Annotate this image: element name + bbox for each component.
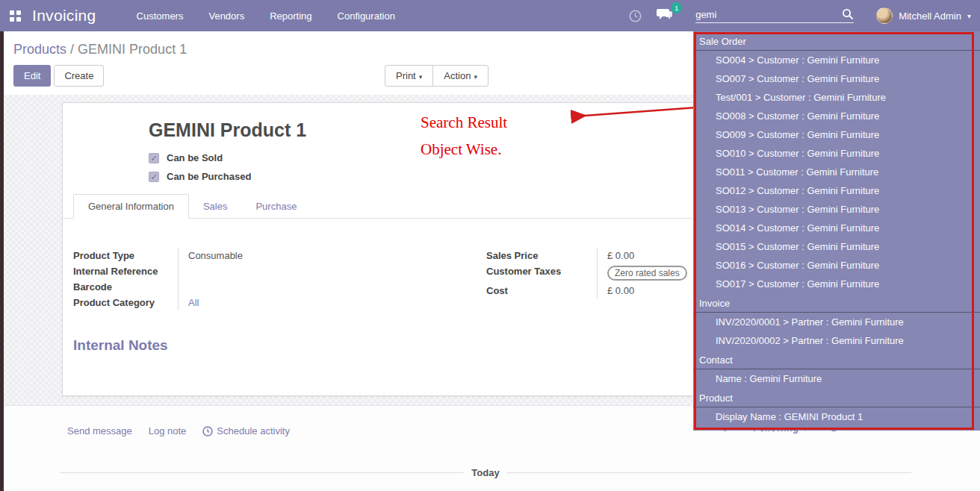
- can-be-sold-label: Can be Sold: [167, 152, 223, 163]
- can-be-purchased-checkbox[interactable]: ✓: [149, 172, 159, 182]
- search-result-item[interactable]: SO010 > Customer : Gemini Furniture: [693, 144, 980, 163]
- section-sale-order: Sale Order: [693, 31, 980, 51]
- search-result-item[interactable]: SO017 > Customer : Gemini Furniture: [693, 275, 980, 293]
- menu-customers[interactable]: Customers: [137, 10, 184, 22]
- search-icon[interactable]: [842, 8, 854, 20]
- search-result-item[interactable]: SO013 > Customer : Gemini Furniture: [693, 200, 980, 219]
- search-result-item[interactable]: Display Name : GEMINI Product 1: [693, 407, 980, 426]
- breadcrumb: Products / GEMINI Product 1: [13, 42, 187, 57]
- global-search: [695, 8, 854, 23]
- menu-reporting[interactable]: Reporting: [270, 10, 311, 22]
- main-menu: Customers Vendors Reporting Configuratio…: [137, 10, 395, 22]
- product-title: GEMINI Product 1: [149, 119, 306, 141]
- search-result-item[interactable]: SO007 > Customer : Gemini Furniture: [693, 69, 980, 88]
- can-be-purchased-row: ✓ Can be Purchased: [149, 171, 251, 182]
- search-result-item[interactable]: SO012 > Customer : Gemini Furniture: [693, 181, 980, 200]
- section-product: Product: [693, 388, 980, 407]
- breadcrumb-current: GEMINI Product 1: [78, 42, 187, 57]
- apps-grid-icon[interactable]: [10, 10, 21, 22]
- section-contact: Contact: [693, 350, 980, 369]
- can-be-sold-row: ✓ Can be Sold: [149, 152, 223, 163]
- action-dropdown-button[interactable]: Action▾: [432, 65, 489, 87]
- search-result-item[interactable]: SO004 > Customer : Gemini Furniture: [693, 51, 980, 69]
- user-name: Mitchell Admin: [899, 10, 961, 22]
- log-note-button[interactable]: Log note: [149, 425, 187, 437]
- user-avatar: [876, 7, 893, 24]
- messages-menu[interactable]: 1: [657, 7, 673, 24]
- navbar-right: 1 Mitchell Admin ▾: [629, 7, 971, 24]
- tax-badge[interactable]: Zero rated sales: [607, 266, 687, 281]
- menu-vendors[interactable]: Vendors: [208, 10, 244, 22]
- search-result-item[interactable]: SO011 > Customer : Gemini Furniture: [693, 163, 980, 181]
- caret-down-icon: ▾: [474, 73, 477, 81]
- date-divider: Today: [60, 467, 911, 478]
- schedule-clock-icon: [202, 426, 213, 437]
- app-title[interactable]: Invoicing: [32, 7, 96, 25]
- product-type-label: Product Type: [73, 248, 178, 263]
- sales-price-label: Sales Price: [486, 248, 597, 263]
- print-action-group: Print▾ Action▾: [385, 65, 489, 87]
- today-label: Today: [471, 467, 499, 478]
- section-invoice: Invoice: [693, 293, 980, 313]
- barcode-value: [178, 279, 462, 295]
- internal-reference-value: [178, 263, 462, 279]
- create-button[interactable]: Create: [54, 65, 104, 87]
- internal-reference-label: Internal Reference: [73, 263, 178, 279]
- search-result-item[interactable]: SO014 > Customer : Gemini Furniture: [693, 219, 980, 237]
- search-results-dropdown: Sale Order SO004 > Customer : Gemini Fur…: [693, 31, 980, 431]
- barcode-label: Barcode: [73, 279, 178, 295]
- search-result-item[interactable]: SO009 > Customer : Gemini Furniture: [693, 125, 980, 144]
- search-result-item[interactable]: Name : Gemini Furniture: [693, 369, 980, 388]
- left-field-group: Product Type Consumable Internal Referen…: [73, 248, 462, 310]
- print-dropdown-button[interactable]: Print▾: [385, 65, 433, 87]
- edit-button[interactable]: Edit: [13, 65, 51, 87]
- schedule-activity-button[interactable]: Schedule activity: [202, 425, 290, 437]
- caret-down-icon: ▾: [967, 12, 971, 20]
- activities-clock-icon[interactable]: [629, 10, 642, 22]
- message-count-badge: 1: [671, 2, 682, 13]
- can-be-purchased-label: Can be Purchased: [167, 171, 251, 182]
- product-category-label: Product Category: [73, 295, 178, 310]
- search-result-item[interactable]: SO015 > Customer : Gemini Furniture: [693, 237, 980, 256]
- menu-configuration[interactable]: Configuration: [338, 10, 395, 22]
- product-category-value[interactable]: All: [178, 295, 462, 310]
- breadcrumb-products-link[interactable]: Products: [13, 42, 66, 57]
- caret-down-icon: ▾: [419, 73, 423, 81]
- top-navbar: Invoicing Customers Vendors Reporting Co…: [0, 0, 980, 31]
- search-result-item[interactable]: SO008 > Customer : Gemini Furniture: [693, 107, 980, 125]
- tab-general-information[interactable]: General Information: [73, 194, 189, 219]
- cost-label: Cost: [486, 283, 597, 298]
- annotation-text: Search Result Object Wise.: [421, 109, 507, 163]
- chatter-actions: Send message Log note Schedule activity: [67, 425, 290, 437]
- left-edge-strip: [0, 31, 4, 491]
- user-menu[interactable]: Mitchell Admin ▾: [876, 7, 971, 24]
- tab-purchase[interactable]: Purchase: [241, 195, 311, 218]
- form-buttons: Edit Create: [13, 65, 104, 87]
- internal-notes-heading: Internal Notes: [73, 337, 168, 354]
- search-input[interactable]: [695, 9, 842, 20]
- tab-sales[interactable]: Sales: [189, 195, 242, 218]
- annotation-arrow: [564, 103, 698, 124]
- search-result-item[interactable]: INV/2020/0001 > Partner : Gemini Furnitu…: [693, 313, 980, 331]
- send-message-button[interactable]: Send message: [67, 425, 132, 437]
- search-result-item[interactable]: Test/001 > Customer : Gemini Furniture: [693, 88, 980, 107]
- can-be-sold-checkbox[interactable]: ✓: [149, 153, 159, 163]
- product-type-value: Consumable: [178, 248, 462, 263]
- search-result-item[interactable]: INV/2020/0002 > Partner : Gemini Furnitu…: [693, 331, 980, 350]
- customer-taxes-label: Customer Taxes: [486, 263, 597, 283]
- search-result-item[interactable]: SO016 > Customer : Gemini Furniture: [693, 256, 980, 275]
